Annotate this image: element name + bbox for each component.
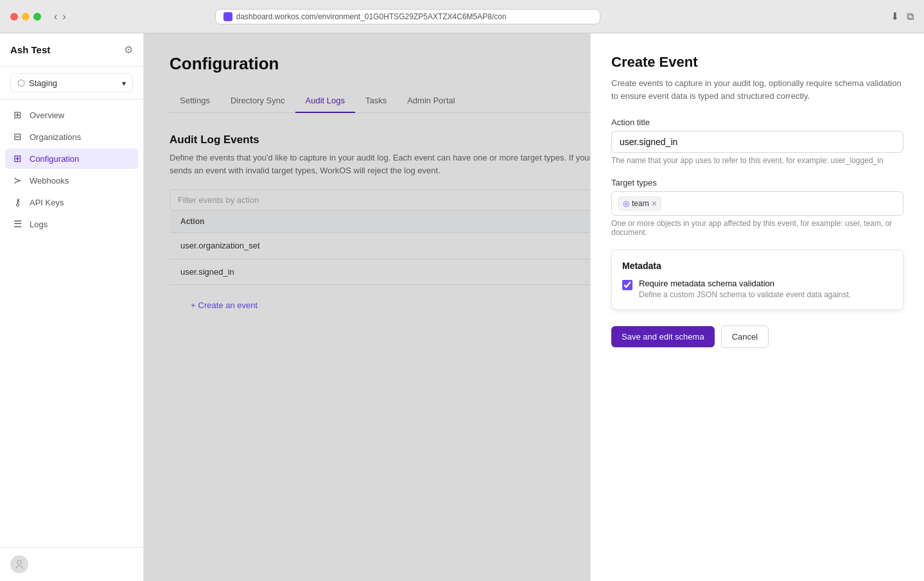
sidebar-nav: ⊞ Overview ⊟ Organizations ⊞ Configurati… — [0, 100, 143, 239]
sidebar-item-label: API Keys — [30, 198, 64, 207]
panel-title: Create Event — [611, 54, 903, 71]
metadata-title: Metadata — [622, 261, 893, 271]
overview-icon: ⊞ — [12, 109, 23, 121]
chevron-down-icon — [122, 78, 126, 88]
target-types-input[interactable]: ◎ team × — [611, 191, 903, 216]
logs-icon: ☰ — [12, 218, 23, 230]
checkbox-row: Require metadata schema validation Defin… — [622, 279, 893, 299]
metadata-card: Metadata Require metadata schema validat… — [611, 250, 903, 310]
main-area: Configuration Settings Directory Sync Au… — [144, 33, 924, 581]
sidebar-item-logs[interactable]: ☰ Logs — [5, 214, 138, 234]
sidebar-item-configuration[interactable]: ⊞ Configuration — [5, 148, 138, 169]
action-title-input[interactable] — [611, 131, 903, 153]
env-icon: ⬡ — [17, 78, 25, 88]
sidebar-item-webhooks[interactable]: ≻ Webhooks — [5, 170, 138, 191]
address-bar[interactable]: dashboard.workos.com/environment_01G0HTS… — [215, 9, 600, 24]
sidebar-item-label: Overview — [30, 110, 64, 120]
sidebar-item-label: Configuration — [30, 154, 79, 164]
back-button[interactable]: ‹ — [54, 11, 57, 22]
minimize-button[interactable] — [22, 13, 30, 21]
webhooks-icon: ≻ — [12, 175, 23, 186]
sidebar-item-label: Logs — [30, 220, 48, 229]
download-icon[interactable]: ⬇ — [891, 10, 899, 22]
action-title-label: Action title — [611, 117, 903, 127]
favicon — [223, 12, 232, 21]
team-tag[interactable]: ◎ team × — [618, 196, 661, 211]
tag-label: team — [632, 199, 649, 208]
gear-icon[interactable]: ⚙ — [124, 44, 133, 56]
sidebar-icon[interactable]: ⧉ — [907, 11, 914, 22]
action-title-hint: The name that your app uses to refer to … — [611, 156, 903, 165]
target-types-group: Target types ◎ team × One or more object… — [611, 178, 903, 237]
cancel-button[interactable]: Cancel — [721, 325, 769, 348]
sidebar-item-organizations[interactable]: ⊟ Organizations — [5, 126, 138, 147]
sidebar: Ash Test ⚙ ⬡ Staging ⊞ Overview ⊟ Organi… — [0, 33, 144, 581]
organizations-icon: ⊟ — [12, 131, 23, 143]
avatar — [10, 555, 28, 573]
panel-desc: Create events to capture in your audit l… — [611, 77, 903, 102]
browser-actions: ⬇ ⧉ — [891, 10, 914, 22]
configuration-icon: ⊞ — [12, 153, 23, 164]
checkbox-hint: Define a custom JSON schema to validate … — [639, 290, 851, 299]
app: Ash Test ⚙ ⬡ Staging ⊞ Overview ⊟ Organi… — [0, 33, 924, 581]
sidebar-footer — [0, 547, 143, 581]
target-types-label: Target types — [611, 178, 903, 187]
sidebar-item-label: Webhooks — [30, 176, 69, 186]
action-title-group: Action title The name that your app uses… — [611, 117, 903, 165]
api-keys-icon: ⚷ — [12, 196, 23, 208]
maximize-button[interactable] — [33, 13, 41, 21]
address-text: dashboard.workos.com/environment_01G0HTS… — [236, 12, 592, 21]
environment-select[interactable]: ⬡ Staging — [10, 73, 133, 92]
checkbox-label: Require metadata schema validation — [639, 279, 851, 288]
traffic-lights — [10, 13, 41, 21]
button-row: Save and edit schema Cancel — [611, 325, 903, 348]
browser-controls: ‹ › — [54, 11, 66, 22]
sidebar-env: ⬡ Staging — [0, 67, 143, 100]
forward-button[interactable]: › — [62, 11, 65, 22]
tag-icon: ◎ — [623, 199, 629, 208]
close-button[interactable] — [10, 13, 18, 21]
create-event-panel: Create Event Create events to capture in… — [590, 33, 924, 581]
sidebar-item-overview[interactable]: ⊞ Overview — [5, 105, 138, 125]
target-types-hint: One or more objects in your app affected… — [611, 219, 903, 237]
workspace-title: Ash Test — [10, 44, 50, 55]
sidebar-item-api-keys[interactable]: ⚷ API Keys — [5, 192, 138, 212]
browser-chrome: ‹ › dashboard.workos.com/environment_01G… — [0, 0, 924, 33]
env-label: Staging — [29, 78, 57, 88]
sidebar-item-label: Organizations — [30, 132, 81, 142]
tag-remove-button[interactable]: × — [652, 198, 657, 209]
metadata-checkbox[interactable] — [622, 280, 632, 290]
sidebar-header: Ash Test ⚙ — [0, 33, 143, 67]
save-schema-button[interactable]: Save and edit schema — [611, 326, 715, 347]
